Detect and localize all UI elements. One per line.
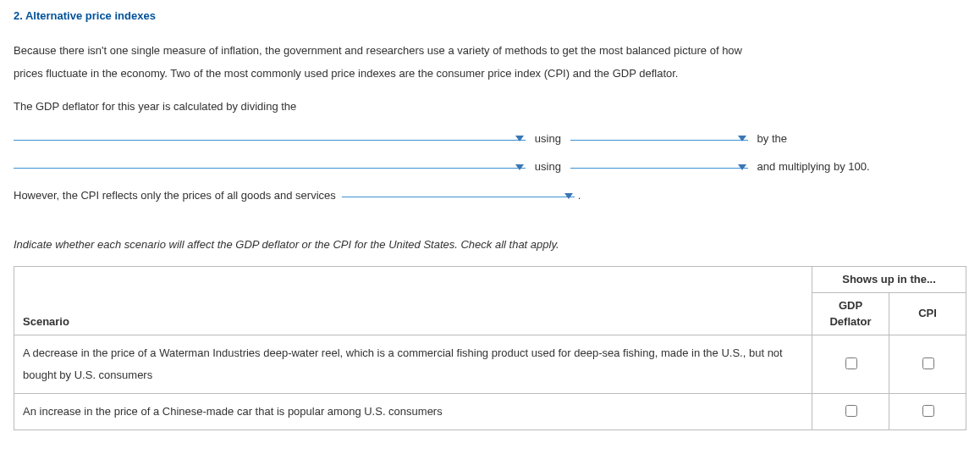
- chevron-down-icon: [738, 136, 746, 142]
- col-header-scenario: Scenario: [14, 267, 812, 335]
- dropdown-cpi-scope[interactable]: [342, 181, 575, 197]
- table-row: An increase in the price of a Chinese-ma…: [14, 393, 966, 430]
- intro-paragraph: Because there isn't one single measure o…: [14, 39, 966, 86]
- chevron-down-icon: [515, 136, 524, 142]
- col-header-cpi: CPI: [889, 293, 966, 335]
- col-header-gdp: GDP Deflator: [812, 293, 889, 335]
- checkbox-gdp-row2[interactable]: [845, 405, 857, 417]
- intro-line-1: Because there isn't one single measure o…: [14, 44, 742, 57]
- chevron-down-icon: [564, 193, 573, 200]
- chevron-down-icon: [738, 164, 746, 171]
- svg-marker-0: [515, 136, 524, 141]
- dropdown-denominator-value[interactable]: [14, 152, 526, 169]
- instruction-text: Indicate whether each scenario will affe…: [14, 237, 966, 252]
- checkbox-cpi-row2[interactable]: [922, 405, 934, 417]
- scenario-table: Scenario Shows up in the... GDP Deflator…: [14, 266, 966, 430]
- text-mult-100: and multiplying by 100.: [757, 160, 870, 173]
- chevron-down-icon: [515, 164, 524, 171]
- checkbox-gdp-row1[interactable]: [845, 357, 857, 369]
- text-however: However, the CPI reflects only the price…: [14, 189, 336, 202]
- section-heading: 2. Alternative price indexes: [14, 8, 966, 24]
- dropdown-denominator-prices[interactable]: [570, 152, 748, 169]
- svg-marker-3: [738, 164, 746, 170]
- svg-marker-1: [738, 136, 746, 141]
- fillin-lead: The GDP deflator for this year is calcul…: [14, 92, 966, 121]
- scenario-text: A decrease in the price of a Waterman In…: [14, 335, 812, 393]
- col-header-group: Shows up in the...: [812, 267, 966, 293]
- checkbox-cpi-row1[interactable]: [922, 357, 934, 369]
- text-by-the: by the: [757, 132, 787, 145]
- dropdown-numerator-prices[interactable]: [570, 125, 748, 141]
- svg-marker-2: [515, 164, 524, 170]
- text-using-1: using: [535, 132, 561, 145]
- dropdown-numerator-value[interactable]: [14, 125, 526, 141]
- intro-line-2: prices fluctuate in the economy. Two of …: [14, 67, 678, 80]
- svg-marker-4: [564, 193, 573, 199]
- scenario-text: An increase in the price of a Chinese-ma…: [14, 393, 812, 430]
- text-using-2: using: [535, 160, 561, 173]
- text-period: .: [578, 189, 581, 202]
- fill-in-block: The GDP deflator for this year is calcul…: [14, 92, 966, 210]
- table-row: A decrease in the price of a Waterman In…: [14, 335, 966, 393]
